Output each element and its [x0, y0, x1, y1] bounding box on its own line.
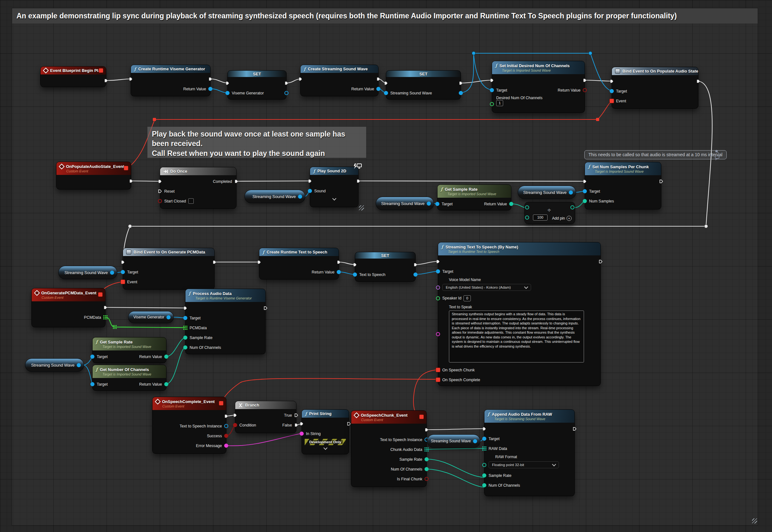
comment-box[interactable]: Play back the sound wave once at least o… — [147, 127, 366, 158]
event-pin[interactable] — [121, 280, 125, 284]
num-of-channels-pin[interactable] — [482, 483, 486, 487]
reroute-node[interactable] — [113, 325, 117, 329]
reset-exec-pin[interactable] — [158, 189, 162, 193]
pcmdata-array-pin[interactable] — [183, 326, 187, 330]
reroute-node[interactable] — [128, 225, 132, 228]
reroute-node[interactable] — [589, 52, 592, 55]
pcmdata-array-pin[interactable] — [103, 315, 107, 319]
exec-out-pin[interactable] — [224, 414, 228, 418]
node-play-sound-2d[interactable]: ƒ Play Sound 2D Sound — [310, 167, 358, 207]
node-set-streaming-sound-wave[interactable]: SET Streaming Sound Wave — [386, 71, 461, 99]
return-value-pin[interactable] — [164, 355, 168, 359]
num-samples-pin[interactable] — [583, 199, 587, 203]
node-on-speech-chunk-event[interactable]: OnSpeechChunk_Event Custom Event Text to… — [351, 411, 427, 487]
exec-out-pin[interactable] — [104, 79, 108, 83]
node-streaming-text-to-speech-by-name[interactable]: ƒ Streaming Text To Speech (By Name) Tar… — [438, 242, 601, 386]
raw-data-array-pin[interactable] — [482, 446, 486, 451]
return-value-pin[interactable] — [337, 270, 341, 274]
node-process-audio-data[interactable]: ƒ Process Audio Data Target is Runtime V… — [185, 289, 265, 354]
value-out-pin[interactable] — [427, 202, 431, 206]
text-to-speech-instance-pin[interactable] — [224, 424, 228, 428]
raw-format-pin[interactable] — [482, 463, 486, 467]
exec-out-pin[interactable] — [659, 179, 663, 183]
return-value-pin[interactable] — [208, 87, 212, 91]
exec-in-pin[interactable] — [436, 260, 440, 264]
variable-pill-streaming-sound-wave[interactable]: Streaming Sound Wave — [518, 186, 576, 199]
value-out-pin[interactable] — [414, 272, 418, 277]
start-closed-pin[interactable] — [158, 199, 162, 203]
expand-chevron-icon[interactable] — [332, 196, 336, 201]
node-set-initial-desired-num-of-channels[interactable]: ƒ Set Initial Desired Num Of Channels Ta… — [492, 61, 585, 112]
delegate-pin[interactable] — [98, 292, 102, 297]
sound-pin[interactable] — [308, 189, 312, 193]
exec-out-pin[interactable] — [337, 260, 341, 264]
exec-out-pin[interactable] — [376, 77, 380, 81]
return-value-pin[interactable] — [164, 382, 168, 386]
voice-model-name-pin[interactable] — [436, 285, 440, 290]
value-out-pin[interactable] — [459, 91, 463, 95]
value-out-pin[interactable] — [473, 439, 477, 443]
exec-in-pin[interactable] — [299, 422, 304, 426]
node-on-populate-audio-state-event[interactable]: OnPopulateAudioState_Event Custom Event — [56, 162, 131, 189]
return-value-pin[interactable] — [583, 88, 587, 92]
voice-model-dropdown[interactable]: English (United States) - Kokoro (Adam) — [442, 284, 531, 291]
node-print-string[interactable]: ƒ Print String In String Development Onl… — [302, 410, 349, 454]
node-bind-event-on-populate-audio-state[interactable]: Bind Event to On Populate Audio State Ta… — [612, 67, 698, 108]
exec-out-pin[interactable] — [573, 427, 577, 431]
exec-out-pin[interactable] — [103, 305, 107, 310]
return-value-pin[interactable] — [376, 87, 380, 91]
exec-out-pin[interactable] — [208, 77, 212, 81]
exec-out-pin[interactable] — [347, 422, 351, 426]
add-pin-button[interactable]: Add pin+ — [552, 216, 572, 221]
comment-resize-grip[interactable] — [359, 205, 364, 210]
reroute-node[interactable] — [472, 52, 476, 55]
node-on-generate-pcmdata-event[interactable]: OnGeneratePCMData_Event Custom Event PCM… — [32, 288, 105, 327]
node-event-blueprint-begin-play[interactable]: Event Blueprint Begin Play — [41, 67, 106, 87]
num-of-channels-pin[interactable] — [183, 345, 187, 349]
blueprint-canvas[interactable]: An example demonstrating lip sync during… — [0, 0, 772, 532]
value-out-pin[interactable] — [569, 190, 573, 195]
success-pin[interactable] — [224, 434, 228, 438]
exec-out-pin[interactable] — [263, 306, 267, 310]
sample-rate-pin[interactable] — [425, 457, 429, 461]
target-pin[interactable] — [610, 89, 614, 93]
tooltip-pin-icon[interactable] — [715, 150, 720, 160]
exec-in-pin[interactable] — [129, 77, 133, 81]
node-append-audio-data-from-raw[interactable]: ƒ Append Audio Data From RAW Target is S… — [485, 410, 575, 496]
value-out-pin[interactable] — [110, 271, 114, 275]
node-do-once[interactable]: Do Once Completed Reset Start Closed — [160, 167, 236, 208]
node-create-runtime-text-to-speech[interactable]: ƒ Create Runtime Text to Speech Return V… — [259, 248, 338, 279]
value-in-pin[interactable] — [384, 91, 388, 95]
node-set-text-to-speech[interactable]: SET Text to Speech — [355, 252, 415, 281]
event-pin[interactable] — [610, 99, 614, 103]
divisor-pin[interactable] — [525, 215, 529, 220]
dividend-pin[interactable] — [525, 205, 529, 209]
node-on-speech-complete-event[interactable]: OnSpeechComplete_Event Custom Event Text… — [152, 397, 226, 453]
node-get-sample-rate[interactable]: ƒ Get Sample Rate Target is Imported Sou… — [93, 337, 166, 363]
node-set-viseme-generator[interactable]: SET Viseme Generator — [228, 71, 286, 99]
desired-num-channels-input[interactable]: 1 — [496, 100, 503, 106]
exec-in-pin[interactable] — [225, 81, 229, 85]
target-pin[interactable] — [90, 355, 94, 359]
node-set-num-samples-per-chunk[interactable]: ƒ Set Num Samples Per Chunk Target is Im… — [585, 162, 661, 209]
reroute-node[interactable] — [153, 118, 156, 121]
speaker-id-input[interactable]: 0 — [464, 295, 471, 301]
value-out-pin[interactable] — [166, 315, 170, 319]
error-message-pin[interactable] — [224, 444, 228, 448]
condition-pin[interactable] — [233, 423, 237, 427]
exec-out-pin[interactable] — [356, 179, 360, 183]
value-out-pin[interactable] — [298, 195, 302, 199]
node-bind-event-on-generate-pcmdata[interactable]: Bind Event to On Generate PCMData Target… — [123, 248, 214, 289]
exec-in-pin[interactable] — [121, 260, 125, 264]
is-final-chunk-pin[interactable] — [425, 477, 429, 481]
exec-in-pin[interactable] — [384, 81, 388, 85]
node-divide[interactable]: ÷ 100 Add pin+ — [525, 202, 575, 224]
target-pin[interactable] — [482, 437, 486, 441]
node-get-sample-rate[interactable]: ƒ Get Sample Rate Target is Imported Sou… — [438, 185, 511, 210]
value-out-pin[interactable] — [77, 363, 81, 367]
target-pin[interactable] — [183, 316, 187, 320]
chunk-audio-data-array-pin[interactable] — [425, 447, 429, 452]
variable-pill-streaming-sound-wave[interactable]: Streaming Sound Wave — [376, 197, 434, 210]
node-branch[interactable]: Branch True ConditionFalse — [235, 401, 296, 433]
reroute-node[interactable] — [704, 225, 708, 228]
